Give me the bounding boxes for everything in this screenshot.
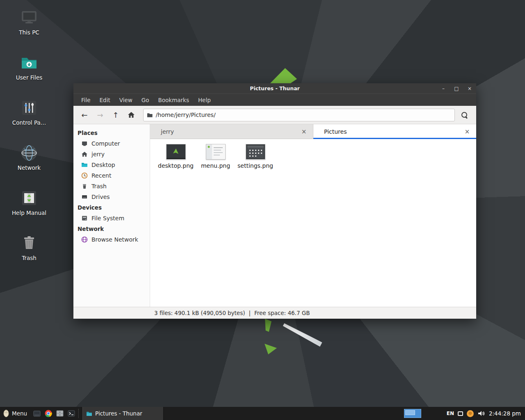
sidebar-item-recent[interactable]: Recent [73,170,150,181]
path-input[interactable] [156,112,451,118]
desktop-screenshot-thumbnail [166,144,186,160]
task-button-thunar[interactable]: Pictures - Thunar [82,407,164,420]
sidebar-item-label: Computer [91,140,120,147]
sidebar-item-browse-network[interactable]: Browse Network [73,234,150,245]
file-menu-png[interactable]: menu.png [196,144,235,169]
network-browse-icon [81,236,88,243]
settings-screenshot-thumbnail [246,144,265,160]
sidebar-item-file-system[interactable]: File System [73,213,150,224]
desktop-icon-label: User Files [16,74,43,81]
sidebar-item-desktop[interactable]: Desktop [73,160,150,170]
wallpaper-green-accent [265,319,272,332]
file-manager-icon [56,410,64,417]
tab-bar: jerry × Pictures × [150,124,476,139]
menu-go[interactable]: Go [137,94,154,106]
tab-label: jerry [161,128,300,135]
tab-label: Pictures [324,128,463,135]
task-button-label: Pictures - Thunar [95,410,142,417]
search-button[interactable] [457,108,472,121]
clock[interactable]: 2:44:28 pm [489,410,525,417]
status-separator: | [249,310,251,316]
chrome-launcher[interactable] [43,407,54,420]
terminal-icon [68,410,75,417]
maximize-button[interactable]: □ [450,83,463,94]
file-name: desktop.png [158,162,194,169]
tab-close-icon[interactable]: × [300,128,308,135]
menu-file[interactable]: File [77,94,95,106]
sidebar-item-drives[interactable]: Drives [73,192,150,202]
desktop-icon-column: This PC User Files Control Pa… [5,8,53,279]
close-button[interactable]: × [463,83,476,94]
forward-button[interactable]: → [93,108,107,121]
sidebar-item-label: File System [91,215,124,221]
sidebar-header-devices: Devices [73,202,150,213]
file-manager-launcher[interactable] [54,407,66,420]
sidebar: Places Computer jerry Desktop [73,124,150,307]
tray-window-icon[interactable] [458,411,463,416]
file-desktop-png[interactable]: desktop.png [156,144,196,169]
menubar: File Edit View Go Bookmarks Help [73,94,476,106]
menu-screenshot-thumbnail [206,144,226,160]
tab-close-icon[interactable]: × [463,128,471,135]
file-settings-png[interactable]: settings.png [235,144,275,169]
menu-edit[interactable]: Edit [95,94,115,106]
tray-notifier-icon[interactable] [467,410,474,417]
tab-pictures[interactable]: Pictures × [313,124,476,139]
workspace-pager[interactable] [404,409,421,418]
file-name: menu.png [201,162,230,169]
system-tray: EN 2:44:28 pm [404,407,525,420]
wallpaper-green-accent [265,344,277,354]
file-name: settings.png [237,162,273,169]
desktop-icon-trash[interactable]: Trash [5,234,53,279]
speaker-icon [478,411,485,416]
applications-menu-button[interactable]: Menu [0,407,31,420]
menu-view[interactable]: View [115,94,137,106]
clock-icon [81,172,88,179]
trash-can-icon [20,234,39,253]
sidebar-item-trash[interactable]: Trash [73,181,150,192]
path-bar [143,109,455,121]
computer-drive-icon [81,140,88,147]
window-controls: – □ × [437,83,476,94]
volume-button[interactable] [478,411,485,416]
toolbar: ← → ↑ [73,106,476,124]
folder-icon [81,162,88,168]
control-panel-icon [20,98,39,117]
menu-bookmarks[interactable]: Bookmarks [154,94,194,106]
show-desktop-button[interactable] [31,407,43,420]
keyboard-layout-indicator[interactable]: EN [447,411,454,416]
sidebar-header-places: Places [73,128,150,138]
desktop-icon-this-pc[interactable]: This PC [5,8,53,53]
user-files-folder-icon [20,53,39,72]
sidebar-item-label: jerry [91,151,105,158]
tab-jerry[interactable]: jerry × [150,124,313,139]
sidebar-item-label: Drives [91,194,110,200]
titlebar[interactable]: Pictures - Thunar – □ × [73,83,476,94]
search-icon [461,112,467,118]
sidebar-item-label: Browse Network [91,236,138,243]
filesystem-drive-icon [81,215,88,221]
desktop-icon-control-panel[interactable]: Control Pa… [5,98,53,144]
desktop-icon-network[interactable]: Network [5,144,53,189]
sidebar-header-network: Network [73,224,150,234]
desktop-icon-label: Trash [22,255,37,261]
taskbar: Menu [0,407,525,420]
minimize-button[interactable]: – [437,83,450,94]
sidebar-item-label: Recent [91,172,111,179]
home-button[interactable] [124,108,138,121]
path-folder-icon [147,112,153,118]
home-icon [128,112,135,118]
back-button[interactable]: ← [78,108,91,121]
status-free-space: Free space: 46.7 GB [254,310,310,316]
desktop-icon-user-files[interactable]: User Files [5,53,53,98]
content-column: jerry × Pictures × [150,124,476,307]
desktop-icon-label: This PC [19,29,39,36]
menu-help[interactable]: Help [194,94,215,106]
up-button[interactable]: ↑ [109,108,123,121]
trash-icon [81,183,88,189]
desktop-icon-help-manual[interactable]: Help Manual [5,189,53,234]
file-view[interactable]: desktop.png menu.p [150,139,476,307]
terminal-launcher[interactable] [66,407,77,420]
sidebar-item-jerry[interactable]: jerry [73,149,150,160]
sidebar-item-computer[interactable]: Computer [73,138,150,149]
